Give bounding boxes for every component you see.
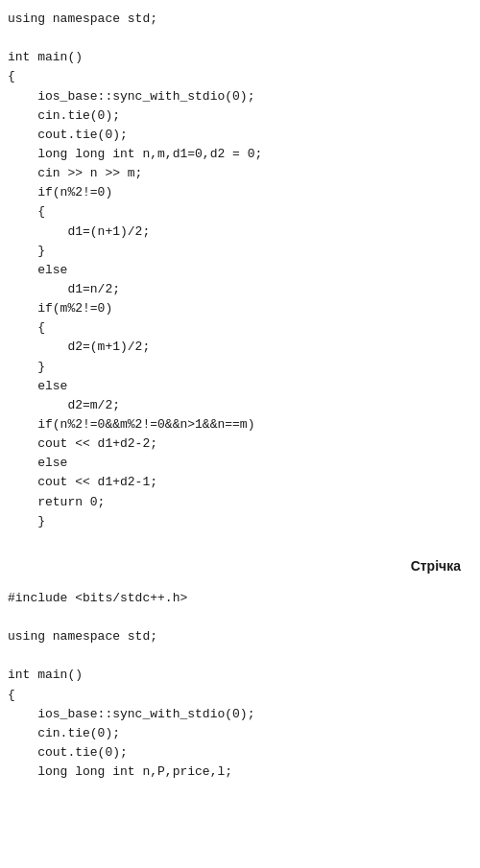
code-line: [8, 646, 472, 666]
code-line: cout << d1+d2-1;: [8, 473, 472, 492]
code-line: #include <bits/stdc++.h>: [8, 589, 472, 608]
code-line: if(n%2!=0&&m%2!=0&&n>1&&n==m): [8, 415, 472, 434]
code-line: d1=n/2;: [8, 280, 472, 299]
code-line: ios_base::sync_with_stdio(0);: [8, 705, 472, 724]
code-line: cout.tie(0);: [8, 126, 472, 145]
code-line: d2=m/2;: [8, 396, 472, 415]
code-line: {: [8, 318, 472, 338]
code-line: if(n%2!=0): [8, 183, 472, 202]
code-line: else: [8, 377, 472, 396]
code-line: }: [8, 358, 472, 377]
code-section-1: using namespace std; int main(){ ios_bas…: [0, 0, 480, 541]
page-container: using namespace std; int main(){ ios_bas…: [0, 0, 480, 791]
code-line: [8, 29, 472, 48]
section2-title: Стрічка: [411, 558, 461, 574]
code-line: cin.tie(0);: [8, 724, 472, 743]
code-line: long long int n,P,price,l;: [8, 762, 472, 782]
code-line: [8, 608, 472, 627]
code-line: }: [8, 512, 472, 531]
code-line: cout.tie(0);: [8, 743, 472, 762]
code-line: int main(): [8, 666, 472, 685]
code-line: using namespace std;: [8, 10, 472, 29]
code-line: ios_base::sync_with_stdio(0);: [8, 87, 472, 106]
code-line: else: [8, 454, 472, 473]
code-line: return 0;: [8, 493, 472, 512]
code-line: cout << d1+d2-2;: [8, 434, 472, 454]
code-line: }: [8, 242, 472, 261]
code-line: d2=(m+1)/2;: [8, 338, 472, 357]
code-line: using namespace std;: [8, 627, 472, 646]
code-line: d1=(n+1)/2;: [8, 223, 472, 242]
code-line: {: [8, 686, 472, 705]
code-line: if(m%2!=0): [8, 299, 472, 318]
code-line: else: [8, 261, 472, 280]
code-line: {: [8, 67, 472, 86]
code-section-2: #include <bits/stdc++.h> using namespace…: [0, 579, 480, 791]
section2-header: Стрічка: [0, 541, 480, 579]
code-line: long long int n,m,d1=0,d2 = 0;: [8, 145, 472, 164]
code-line: cin.tie(0);: [8, 106, 472, 126]
code-line: cin >> n >> m;: [8, 164, 472, 183]
code-line: int main(): [8, 48, 472, 67]
code-line: {: [8, 202, 472, 222]
